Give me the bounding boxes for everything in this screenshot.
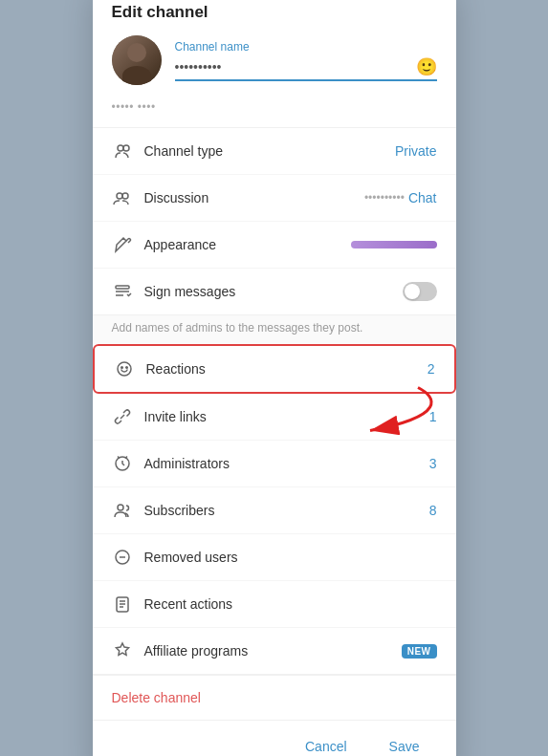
top-menu-section: Channel type Private Discussion ••••••••…: [93, 128, 456, 315]
invite-links-value: 1: [429, 409, 437, 424]
removed-users-label: Removed users: [144, 550, 437, 565]
channel-subtitle: ••••• ••••: [112, 93, 437, 116]
affiliate-programs-icon: [112, 640, 133, 661]
menu-item-subscribers[interactable]: Subscribers 8: [93, 487, 456, 534]
administrators-label: Administrators: [144, 456, 429, 471]
invite-links-label: Invite links: [144, 409, 429, 424]
reactions-value: 2: [427, 361, 435, 377]
menu-item-appearance[interactable]: Appearance: [93, 222, 456, 269]
svg-point-8: [118, 505, 123, 510]
modal-footer: Cancel Save: [93, 721, 456, 756]
discussion-linked-name: ••••••••••: [364, 191, 405, 205]
svg-point-0: [118, 145, 123, 151]
modal-overlay: Edit channel Channel name 🙂 ••••• ••••: [0, 0, 548, 756]
discussion-value: Chat: [408, 190, 437, 205]
bottom-menu-section: Invite links 1 Administrators 3: [93, 394, 456, 675]
delete-section: Delete channel: [93, 675, 456, 721]
menu-item-recent-actions[interactable]: Recent actions: [93, 581, 456, 628]
sign-messages-label: Sign messages: [144, 284, 403, 299]
reactions-section-wrapper: Reactions 2: [93, 344, 456, 394]
removed-users-icon: [112, 547, 133, 568]
avatar-image: [112, 35, 162, 85]
affiliate-programs-label: Affiliate programs: [144, 643, 396, 659]
svg-rect-4: [116, 286, 129, 289]
sign-messages-toggle[interactable]: [403, 282, 437, 301]
subscribers-value: 8: [429, 503, 437, 518]
affiliate-new-badge: NEW: [402, 644, 437, 659]
discussion-label: Discussion: [144, 190, 364, 205]
svg-point-5: [121, 367, 122, 369]
appearance-label: Appearance: [144, 237, 351, 252]
menu-item-affiliate-programs[interactable]: Affiliate programs NEW: [93, 628, 456, 674]
cancel-button[interactable]: Cancel: [288, 732, 364, 756]
channel-name-label: Channel name: [175, 40, 437, 54]
recent-actions-icon: [112, 594, 133, 615]
menu-item-administrators[interactable]: Administrators 3: [93, 441, 456, 487]
channel-type-label: Channel type: [144, 143, 395, 159]
channel-name-input[interactable]: [175, 59, 416, 75]
administrators-value: 3: [429, 456, 437, 471]
channel-name-group: Channel name 🙂: [175, 40, 437, 81]
avatar: [112, 35, 162, 85]
appearance-icon: [112, 234, 133, 255]
sign-messages-note: Add names of admins to the messages they…: [93, 315, 456, 344]
subscribers-icon: [112, 500, 133, 521]
delete-channel-button[interactable]: Delete channel: [112, 690, 201, 705]
invite-links-icon: [112, 406, 133, 427]
edit-channel-modal: Edit channel Channel name 🙂 ••••• ••••: [93, 0, 456, 756]
sign-messages-icon: [112, 281, 133, 302]
administrators-icon: [112, 453, 133, 474]
menu-item-discussion[interactable]: Discussion •••••••••• Chat: [93, 175, 456, 222]
svg-point-6: [125, 367, 127, 369]
discussion-icon: [112, 187, 133, 208]
emoji-icon[interactable]: 🙂: [416, 56, 437, 77]
recent-actions-label: Recent actions: [144, 596, 437, 612]
save-button[interactable]: Save: [372, 732, 437, 756]
modal-header: Edit channel Channel name 🙂 ••••• ••••: [93, 0, 456, 128]
svg-point-1: [123, 145, 129, 151]
svg-point-2: [117, 193, 122, 199]
channel-type-value: Private: [395, 143, 437, 159]
menu-item-reactions[interactable]: Reactions 2: [93, 344, 456, 394]
channel-name-input-row: 🙂: [175, 56, 437, 81]
reactions-icon: [114, 358, 135, 379]
menu-item-channel-type[interactable]: Channel type Private: [93, 128, 456, 175]
appearance-value-bar: [351, 241, 437, 248]
profile-row: Channel name 🙂: [112, 35, 437, 85]
subscribers-label: Subscribers: [144, 503, 429, 518]
menu-item-sign-messages[interactable]: Sign messages: [93, 269, 456, 314]
menu-item-invite-links[interactable]: Invite links 1: [93, 394, 456, 441]
svg-point-3: [122, 193, 128, 199]
channel-type-icon: [112, 140, 133, 162]
modal-title: Edit channel: [112, 3, 437, 22]
reactions-label: Reactions: [146, 361, 427, 377]
menu-item-removed-users[interactable]: Removed users: [93, 534, 456, 581]
